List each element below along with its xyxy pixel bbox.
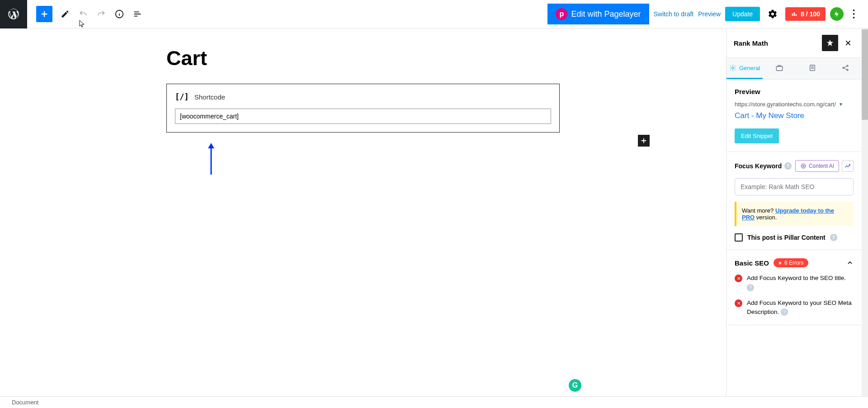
pillar-content-row: This post is Pillar Content ? [735, 233, 854, 242]
wordpress-logo[interactable] [0, 0, 27, 28]
grammarly-badge[interactable]: G [569, 379, 581, 392]
preview-url: https://store.gyrationtechs.com.ng/cart/ [735, 101, 836, 108]
append-block-button[interactable] [638, 135, 650, 147]
plus-icon [640, 137, 648, 145]
svg-point-6 [732, 67, 734, 69]
basic-seo-section: Basic SEO 6 Errors ✕ Add Focus Keyword t… [726, 250, 862, 325]
errors-count-badge: 6 Errors [774, 258, 808, 267]
focus-keyword-section: Focus Keyword ? Content AI Want more? Up… [726, 152, 862, 250]
help-icon[interactable]: ? [747, 284, 754, 291]
help-icon[interactable]: ? [830, 234, 837, 241]
briefcase-icon [775, 64, 783, 72]
plus-icon [39, 9, 49, 19]
sidebar-header: Rank Math [726, 28, 862, 58]
basic-seo-heading: Basic SEO [735, 259, 769, 267]
preview-button[interactable]: Preview [698, 10, 721, 18]
shortcode-label: Shortcode [194, 93, 225, 101]
toolbar-left [27, 6, 143, 22]
focus-keyword-input[interactable] [735, 178, 854, 195]
tab-social[interactable] [829, 58, 862, 79]
schema-icon [808, 64, 816, 72]
trends-icon [844, 162, 851, 170]
undo-icon [79, 9, 88, 19]
annotation-arrow-icon [207, 143, 216, 175]
sidebar-scrollbar[interactable] [862, 28, 868, 396]
list-icon [132, 9, 142, 19]
add-block-toggle[interactable] [36, 6, 52, 22]
breadcrumb[interactable]: Document [12, 399, 38, 406]
svg-point-10 [847, 65, 848, 66]
rankmath-sidebar: Rank Math General Preview [726, 28, 862, 396]
shortcode-icon: [/] [175, 92, 189, 101]
preview-title-link[interactable]: Cart - My New Store [735, 111, 854, 120]
pillar-checkbox[interactable] [735, 233, 743, 242]
help-icon[interactable]: ? [781, 308, 788, 316]
pagelayer-label: Edit with Pagelayer [571, 9, 641, 19]
ai-target-icon [800, 163, 807, 169]
svg-point-2 [853, 13, 854, 15]
kebab-icon [853, 9, 855, 19]
basic-seo-header[interactable]: Basic SEO 6 Errors [735, 258, 854, 267]
tab-general-label: General [739, 65, 760, 71]
preview-heading: Preview [735, 88, 854, 95]
trends-button[interactable] [842, 160, 854, 172]
x-icon [778, 261, 782, 265]
editor-canvas: Cart [/] Shortcode [166, 47, 560, 133]
rankmath-icon [791, 10, 798, 18]
pagelayer-icon: p [556, 8, 567, 20]
pin-sidebar-button[interactable] [822, 35, 838, 51]
tab-schema[interactable] [796, 58, 829, 79]
more-options-button[interactable] [848, 6, 859, 22]
svg-point-9 [843, 67, 844, 69]
seo-error-text: Add Focus Keyword to your SEO Meta Descr… [747, 299, 852, 315]
editor-topbar: p Edit with Pagelayer Switch to draft Pr… [0, 0, 868, 28]
redo-icon [97, 9, 106, 19]
close-sidebar-button[interactable] [842, 37, 854, 49]
toolbar-right: p Edit with Pagelayer Switch to draft Pr… [547, 4, 868, 24]
outline-button[interactable] [132, 9, 143, 19]
gear-outline-icon [729, 64, 736, 71]
gear-icon [768, 9, 778, 19]
preview-url-row: https://store.gyrationtechs.com.ng/cart/… [735, 101, 854, 108]
shortcode-block[interactable]: [/] Shortcode [166, 84, 560, 133]
upgrade-promo: Want more? Upgrade today to the PRO vers… [735, 202, 854, 226]
info-button[interactable] [114, 9, 125, 19]
seo-score-badge[interactable]: 8 / 100 [785, 7, 826, 21]
seo-error-text: Add Focus Keyword to the SEO title. [747, 275, 846, 281]
shortcode-input[interactable] [175, 109, 551, 124]
edit-tool-button[interactable] [60, 9, 71, 19]
tab-advanced[interactable] [763, 58, 796, 79]
settings-button[interactable] [764, 6, 781, 22]
star-icon [826, 39, 834, 47]
focus-keyword-label: Focus Keyword ? [735, 162, 792, 170]
share-icon [841, 64, 849, 72]
jetpack-icon [833, 10, 841, 18]
edit-snippet-button[interactable]: Edit Snippet [735, 128, 779, 143]
content-ai-button[interactable]: Content AI [795, 160, 839, 172]
editor-footer: Document [0, 396, 868, 408]
svg-point-1 [853, 9, 854, 11]
tab-general[interactable]: General [726, 58, 763, 79]
switch-to-draft-button[interactable]: Switch to draft [654, 10, 694, 18]
editor-canvas-area: Cart [/] Shortcode G [0, 28, 726, 396]
page-title[interactable]: Cart [166, 47, 560, 70]
svg-point-12 [801, 164, 805, 168]
block-header: [/] Shortcode [175, 92, 551, 101]
svg-marker-5 [208, 143, 214, 148]
jetpack-button[interactable] [830, 7, 844, 21]
editor-main: Cart [/] Shortcode G Rank Math [0, 28, 868, 396]
redo-button [96, 9, 107, 19]
info-icon [114, 9, 124, 19]
undo-button [78, 9, 89, 19]
help-icon[interactable]: ? [784, 162, 792, 170]
close-icon [844, 39, 852, 47]
svg-point-11 [847, 69, 848, 71]
update-button[interactable]: Update [725, 7, 760, 21]
edit-pagelayer-button[interactable]: p Edit with Pagelayer [547, 4, 649, 24]
caret-down-icon[interactable]: ▼ [839, 102, 843, 107]
svg-rect-7 [776, 66, 783, 71]
svg-point-3 [853, 17, 854, 19]
error-icon: ✕ [735, 275, 742, 282]
wordpress-icon [7, 8, 20, 20]
seo-score-text: 8 / 100 [801, 10, 820, 18]
